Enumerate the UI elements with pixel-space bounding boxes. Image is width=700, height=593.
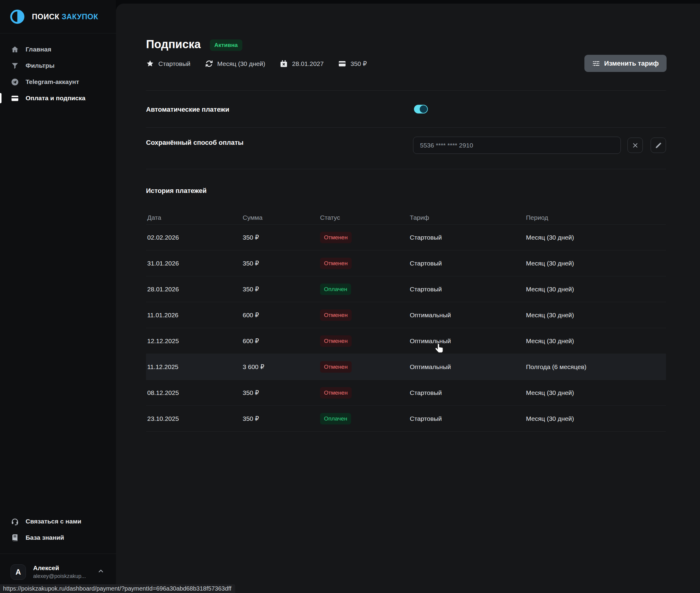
status-badge: Отменен [320,335,352,347]
sidebar-item-label: Связаться с нами [26,518,81,525]
subscription-meta-item: Месяц (30 дней) [205,60,266,68]
table-column-header: Дата [146,214,241,221]
sliders-icon [592,60,600,68]
divider [146,90,666,91]
subscription-meta-value: 350 ₽ [350,60,367,68]
subscription-status-badge: Активна [210,39,242,51]
cell-date: 28.01.2026 [146,286,241,293]
main-panel: Подписка Активна СтартовыйМесяц (30 дней… [116,4,700,593]
avatar: A [10,564,26,580]
cell-date: 08.12.2025 [146,389,241,396]
auto-payments-label: Автоматические платежи [146,106,229,114]
subscription-meta-row: СтартовыйМесяц (30 дней)28.01.2027350 ₽ [146,60,367,68]
subscription-meta-value: 28.01.2027 [292,60,324,68]
table-row[interactable]: 12.12.2025600 ₽ОтмененОптимальныйМесяц (… [146,328,666,354]
table-column-header: Статус [319,214,409,221]
sidebar-item-label: Главная [26,46,51,53]
refresh-icon [205,60,213,68]
subscription-meta-value: Стартовый [158,60,191,68]
subscription-meta-value: Месяц (30 дней) [218,60,266,68]
page-title: Подписка [146,37,201,51]
table-row[interactable]: 08.12.2025350 ₽ОтмененСтартовыйМесяц (30… [146,380,666,406]
table-column-header: Тариф [409,214,525,221]
cell-status: Оплачен [319,283,409,295]
table-column-header: Сумма [241,214,319,221]
sidebar-item-filters[interactable]: Фильтры [0,57,116,74]
sidebar-item-home[interactable]: Главная [0,41,116,57]
sidebar: ПОИСК ЗАКУПОК ГлавнаяФильтрыTelegram-акк… [0,0,116,593]
table-column-header: Период [525,214,666,221]
brand-header[interactable]: ПОИСК ЗАКУПОК [0,0,116,33]
status-badge: Отменен [320,387,352,399]
cell-amount: 350 ₽ [241,415,319,422]
table-row[interactable]: 31.01.2026350 ₽ОтмененСтартовыйМесяц (30… [146,250,666,276]
remove-card-button[interactable] [627,137,643,153]
user-card[interactable]: A Алексей alexey@poiskzakup... [0,558,116,586]
home-icon [11,45,19,53]
cell-status: Отменен [319,335,409,347]
cell-period: Месяц (30 дней) [525,338,666,345]
headset-icon [11,517,19,525]
cell-amount: 3 600 ₽ [241,363,319,370]
user-divider [0,554,116,554]
cell-period: Месяц (30 дней) [525,415,666,422]
table-row[interactable]: 28.01.2026350 ₽ОплаченСтартовыйМесяц (30… [146,276,666,302]
cell-tariff: Стартовый [409,286,525,293]
table-row[interactable]: 11.01.2026600 ₽ОтмененОптимальныйМесяц (… [146,302,666,328]
sidebar-item-contact[interactable]: Связаться с нами [0,513,116,529]
subscription-meta-item: 28.01.2027 [280,60,324,68]
close-icon [632,142,639,149]
brand-title: ПОИСК ЗАКУПОК [32,12,98,21]
cell-tariff: Оптимальный [409,338,525,345]
cell-tariff: Стартовый [409,260,525,267]
saved-card-input[interactable] [413,137,621,154]
subscription-meta-item: Стартовый [146,60,191,68]
table-row[interactable]: 11.12.20253 600 ₽ОтмененОптимальныйПолго… [146,354,666,380]
cell-status: Отменен [319,232,409,243]
cell-status: Оплачен [319,413,409,425]
cell-date: 11.12.2025 [146,363,241,370]
cell-amount: 350 ₽ [241,389,319,396]
chevron-up-icon[interactable] [97,567,105,575]
cell-amount: 600 ₽ [241,312,319,319]
user-email: alexey@poiskzakup... [33,573,86,580]
payment-history-table: ДатаСуммаСтатусТарифПериод 02.02.2026350… [146,211,666,432]
link-status-bar: https://poiskzakupok.ru/dashboard/paymen… [0,584,235,593]
change-tariff-button[interactable]: Изменить тариф [584,55,667,72]
status-badge: Отменен [320,310,352,321]
star-icon [146,60,154,68]
status-badge: Оплачен [320,283,351,295]
cell-tariff: Оптимальный [409,312,525,319]
sidebar-item-payment[interactable]: Оплата и подписка [0,90,116,106]
book-icon [11,534,19,542]
status-badge: Отменен [320,258,352,269]
pencil-icon [655,142,662,149]
history-title: История платежей [146,187,206,195]
sidebar-nav: ГлавнаяФильтрыTelegram-аккаунтОплата и п… [0,41,116,106]
status-badge: Отменен [320,232,352,243]
table-row[interactable]: 23.10.2025350 ₽ОплаченСтартовыйМесяц (30… [146,406,666,432]
cell-period: Месяц (30 дней) [525,234,666,241]
table-header-row: ДатаСуммаСтатусТарифПериод [146,211,666,225]
sidebar-item-telegram[interactable]: Telegram-аккаунт [0,74,116,90]
auto-payments-toggle[interactable] [414,105,428,114]
cell-status: Отменен [319,258,409,269]
edit-card-button[interactable] [651,137,666,153]
subscription-meta-item: 350 ₽ [338,60,367,68]
table-row[interactable]: 02.02.2026350 ₽ОтмененСтартовыйМесяц (30… [146,225,666,250]
sidebar-item-label: Фильтры [26,62,54,69]
brand-title-second: ЗАКУПОК [62,12,98,21]
user-name: Алексей [33,564,86,571]
change-tariff-label: Изменить тариф [604,60,659,68]
cell-amount: 350 ₽ [241,234,319,241]
cell-amount: 600 ₽ [241,338,319,345]
cell-period: Месяц (30 дней) [525,260,666,267]
card-icon [338,60,346,68]
filter-icon [11,62,19,70]
cell-date: 23.10.2025 [146,415,241,422]
cell-tariff: Оптимальный [409,363,525,370]
cell-tariff: Стартовый [409,234,525,241]
sidebar-item-knowledge[interactable]: База знаний [0,529,116,546]
cell-status: Отменен [319,361,409,373]
cell-amount: 350 ₽ [241,260,319,267]
